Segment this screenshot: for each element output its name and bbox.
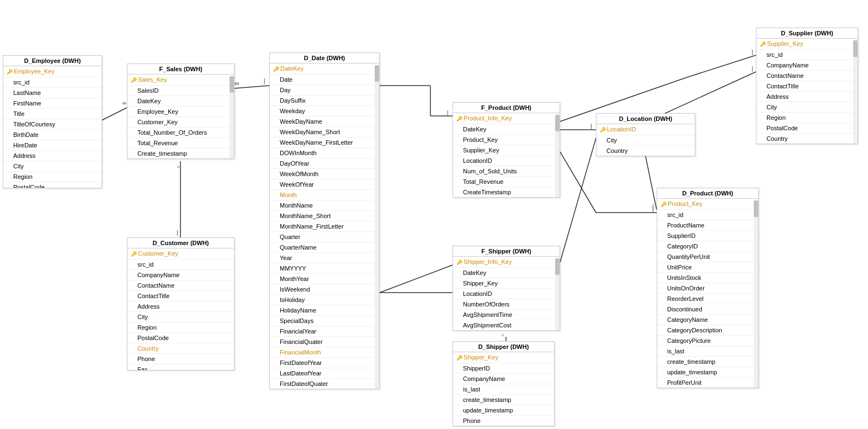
table-row: Region xyxy=(3,172,102,182)
table-row: PostalCode xyxy=(3,182,102,188)
table-row: src_id xyxy=(3,77,102,88)
table-row: Total_Revenue xyxy=(127,138,234,149)
table-row: BirthDate xyxy=(3,130,102,140)
table-d-employee[interactable]: D_Employee (DWH) Employee_Key src_id Las… xyxy=(3,55,102,188)
table-d-shipper-body: Shipper_Key ShipperID CompanyName is_las… xyxy=(453,352,554,426)
table-d-date-header: D_Date (DWH) xyxy=(270,53,379,63)
table-row: CategoryName xyxy=(657,315,758,325)
table-row: update_timestamp xyxy=(657,367,758,378)
table-row: UnitPrice xyxy=(657,262,758,273)
table-d-employee-body: Employee_Key src_id LastName FirstName T… xyxy=(3,66,102,188)
table-d-employee-header: D_Employee (DWH) xyxy=(3,56,102,66)
table-row: WeekDayName_FirstLetter xyxy=(270,137,379,148)
table-row: CategoryID xyxy=(657,241,758,252)
table-row: Phone xyxy=(453,416,554,426)
table-row: src_id xyxy=(657,210,758,220)
table-row: NumberOfOrders xyxy=(453,299,560,310)
svg-text:○: ○ xyxy=(501,332,504,338)
table-row: FirstDateofYear xyxy=(270,358,379,368)
table-f-shipper-header: F_Shipper (DWH) xyxy=(453,246,560,257)
table-row: Month xyxy=(270,190,379,200)
svg-text:|: | xyxy=(652,204,654,210)
table-f-product-body: Product_Info_Key DateKey Product_Key Sup… xyxy=(453,113,560,197)
table-row: City xyxy=(757,102,858,113)
table-row: DateKey xyxy=(453,124,560,135)
table-f-sales[interactable]: F_Sales (DWH) Sales_Key SalesID DateKey … xyxy=(127,63,235,159)
svg-line-0 xyxy=(99,108,127,121)
table-row: Product_Key xyxy=(657,199,758,210)
table-row: FinancialQuater xyxy=(270,337,379,347)
table-row-country: Country xyxy=(127,343,234,354)
table-row: ContactTitle xyxy=(757,81,858,92)
svg-text:|: | xyxy=(752,49,753,55)
table-row: LocationID xyxy=(597,124,695,135)
table-row: Day xyxy=(270,85,379,96)
table-row: Fax xyxy=(127,364,234,370)
table-row: Address xyxy=(757,92,858,102)
table-row: Address xyxy=(127,301,234,312)
table-row: SupplierID xyxy=(657,231,758,241)
svg-text:|: | xyxy=(652,206,654,213)
table-row: LastDateofYear xyxy=(270,368,379,379)
table-row: CategoryDescription xyxy=(657,325,758,336)
table-row: is_last xyxy=(453,384,554,395)
table-row: Shipper_Key xyxy=(453,352,554,363)
table-row: LastName xyxy=(3,88,102,98)
table-f-sales-body: Sales_Key SalesID DateKey Employee_Key C… xyxy=(127,75,234,158)
table-d-date[interactable]: D_Date (DWH) DateKey Date Day DaySuffix … xyxy=(269,52,380,389)
table-f-sales-header: F_Sales (DWH) xyxy=(127,64,234,75)
table-row: ContactName xyxy=(127,280,234,291)
table-row: CategoryPicture xyxy=(657,336,758,346)
table-d-location[interactable]: D_Location (DWH) LocationID City Country xyxy=(596,113,695,156)
table-row: UnitsInStock xyxy=(657,273,758,283)
table-row: WeekOfMonth xyxy=(270,169,379,179)
table-row: Total_Revenue xyxy=(453,177,560,187)
table-row: DaySuffix xyxy=(270,96,379,106)
table-row: HireDate xyxy=(3,140,102,151)
table-d-location-header: D_Location (DWH) xyxy=(597,114,695,124)
table-d-product[interactable]: D_Product (DWH) Product_Key src_id Produ… xyxy=(657,188,759,388)
table-f-product[interactable]: F_Product (DWH) Product_Info_Key DateKey… xyxy=(452,102,560,198)
svg-line-21 xyxy=(560,152,596,213)
table-row: DayOfYear xyxy=(270,158,379,169)
table-row: Customer_Key xyxy=(127,117,234,128)
table-row: CompanyName xyxy=(127,270,234,280)
table-row: ContactTitle xyxy=(127,291,234,301)
table-d-shipper[interactable]: D_Shipper (DWH) Shipper_Key ShipperID Co… xyxy=(452,341,555,426)
table-row: Num_of_Sold_Units xyxy=(453,166,560,177)
table-row: MonthName xyxy=(270,200,379,211)
table-d-supplier-body: Supplier_Key src_id CompanyName ContactN… xyxy=(757,39,858,144)
table-row: Employee_Key xyxy=(127,107,234,117)
table-row: QuarterName xyxy=(270,242,379,253)
table-row: LocationID xyxy=(453,289,560,299)
table-row: AvgShipmentTime xyxy=(453,310,560,320)
table-row: PostalCode xyxy=(757,123,858,134)
svg-text:|: | xyxy=(752,66,753,72)
svg-text:|: | xyxy=(264,78,265,84)
table-row: DateKey xyxy=(127,96,234,107)
table-d-supplier-header: D_Supplier (DWH) xyxy=(757,28,858,39)
table-row: FinancialYear xyxy=(270,326,379,337)
table-row: Shipper_Key xyxy=(453,278,560,289)
table-d-supplier[interactable]: D_Supplier (DWH) Supplier_Key src_id Com… xyxy=(756,28,858,144)
table-row: MMYYYY xyxy=(270,263,379,274)
table-d-customer-body: Customer_Key src_id CompanyName ContactN… xyxy=(127,248,234,370)
table-row: Customer_Key xyxy=(127,248,234,259)
table-f-shipper[interactable]: F_Shipper (DWH) Shipper_Info_Key DateKey… xyxy=(452,246,560,331)
table-d-customer[interactable]: D_Customer (DWH) Customer_Key src_id Com… xyxy=(127,237,235,370)
table-row: Country xyxy=(757,134,858,144)
table-row: UnitsOnOrder xyxy=(657,283,758,294)
table-row: DateKey xyxy=(453,268,560,278)
table-row: Supplier_Key xyxy=(453,145,560,156)
table-row: Address xyxy=(3,151,102,161)
table-row: SalesID xyxy=(127,86,234,96)
table-d-customer-header: D_Customer (DWH) xyxy=(127,238,234,248)
table-row: WeekOfYear xyxy=(270,179,379,190)
table-row: Product_Key xyxy=(453,135,560,145)
table-row: Total_Number_Of_Orders xyxy=(127,128,234,138)
table-row: Discontinued xyxy=(657,304,758,315)
table-row: update_timestamp xyxy=(453,405,554,416)
table-row: ProfitPerUnit xyxy=(657,378,758,388)
table-f-shipper-body: Shipper_Info_Key DateKey Shipper_Key Loc… xyxy=(453,257,560,330)
table-row: City xyxy=(127,312,234,322)
